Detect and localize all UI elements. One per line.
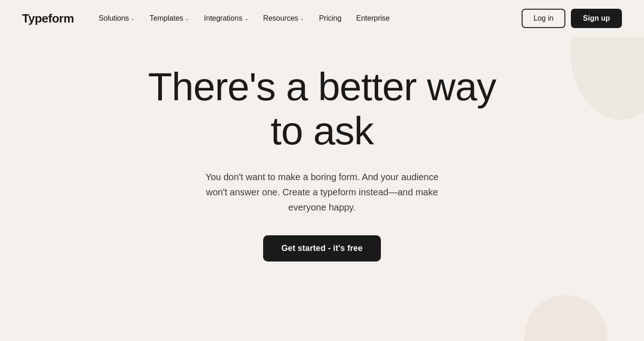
nav-templates-label: Templates xyxy=(150,14,183,23)
nav-resources[interactable]: Resources ⌄ xyxy=(257,11,310,26)
chevron-down-icon: ⌄ xyxy=(131,16,135,22)
hero-section: There's a better way to ask You don't wa… xyxy=(0,37,644,280)
nav-integrations-label: Integrations xyxy=(204,14,242,23)
nav-left: Typeform Solutions ⌄ Templates ⌄ Integra… xyxy=(22,11,396,26)
logo[interactable]: Typeform xyxy=(22,11,74,26)
nav-templates[interactable]: Templates ⌄ xyxy=(143,11,196,26)
nav-integrations[interactable]: Integrations ⌄ xyxy=(197,11,255,26)
nav-solutions-label: Solutions xyxy=(99,14,129,23)
chevron-down-icon: ⌄ xyxy=(300,16,304,22)
nav-pricing[interactable]: Pricing xyxy=(312,11,348,26)
nav-pricing-label: Pricing xyxy=(319,14,341,23)
cta-button[interactable]: Get started - it's free xyxy=(263,235,381,261)
nav-enterprise[interactable]: Enterprise xyxy=(350,11,396,26)
signup-button[interactable]: Sign up xyxy=(571,9,622,28)
nav-solutions[interactable]: Solutions ⌄ xyxy=(92,11,142,26)
navbar: Typeform Solutions ⌄ Templates ⌄ Integra… xyxy=(0,0,644,37)
hero-subtitle: You don't want to make a boring form. An… xyxy=(200,170,444,215)
chevron-down-icon: ⌄ xyxy=(185,16,189,22)
nav-links: Solutions ⌄ Templates ⌄ Integrations ⌄ R… xyxy=(92,11,397,26)
login-button[interactable]: Log in xyxy=(522,9,566,28)
nav-enterprise-label: Enterprise xyxy=(356,14,390,23)
nav-right: Log in Sign up xyxy=(522,9,622,28)
chevron-down-icon: ⌄ xyxy=(244,16,248,22)
hero-title: There's a better way to ask xyxy=(138,64,506,153)
nav-resources-label: Resources xyxy=(263,14,298,23)
